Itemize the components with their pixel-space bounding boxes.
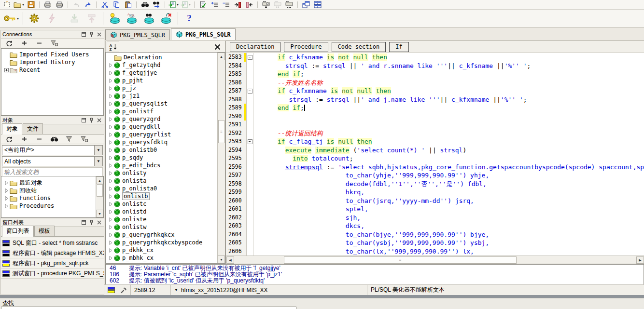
document-tab-active[interactable]: PKG_PMLS_SQLR [171, 28, 236, 40]
scroll-down-icon[interactable]: ▼ [218, 255, 225, 263]
dropdown-arrow-icon[interactable]: ▾ [17, 16, 19, 21]
program-tree-item[interactable]: p_onlistb0 [106, 146, 218, 154]
scroll-left-icon[interactable]: ◀ [226, 256, 234, 264]
float-panel-icon[interactable] [80, 31, 87, 37]
record-macro-button[interactable] [261, 0, 271, 9]
code-line[interactable]: 2595 into totalcount; [226, 154, 644, 163]
code-line[interactable]: 2594 execute immediate ('select count(*)… [226, 146, 644, 155]
program-tree-item[interactable]: onlistb [106, 192, 218, 200]
expand-arrow-icon[interactable] [108, 241, 113, 245]
expand-arrow-icon[interactable] [108, 79, 113, 83]
goto-first-edit-button[interactable] [244, 0, 254, 9]
code-line[interactable]: 2589 end if; [226, 104, 644, 112]
expand-arrow-icon[interactable] [108, 171, 113, 175]
expand-arrow-icon[interactable] [108, 187, 113, 191]
expand-arrow-icon[interactable] [108, 248, 113, 253]
expand-arrow-icon[interactable] [108, 133, 113, 137]
program-tree-item[interactable]: onlistw [106, 223, 218, 231]
program-tree-item[interactable]: p_querygrhkqkcxbyspcode [106, 239, 218, 246]
cut-button[interactable] [99, 0, 110, 9]
expand-arrow-icon[interactable] [108, 94, 113, 98]
tile-windows-button[interactable] [312, 0, 323, 9]
connection-tree-item[interactable]: Recent [1, 66, 103, 74]
fold-collapse-icon[interactable] [246, 53, 253, 62]
code-line[interactable]: 2600 to_char(jsrq,''yyyy-mm-dd'') jsrq, [226, 197, 644, 205]
browse-objects-button[interactable] [141, 11, 157, 26]
expand-arrow-icon[interactable] [108, 63, 113, 67]
remove-object-button[interactable] [34, 135, 44, 143]
expand-arrow-icon[interactable] [108, 210, 113, 214]
tab-window-list[interactable]: 窗口列表 [2, 226, 34, 237]
code-line[interactable]: 2606 to_char(lx,''999,999,990.99'') lx, [226, 247, 644, 256]
program-tree-item[interactable]: p_querysqlist [106, 100, 218, 107]
program-tree-item[interactable]: p_dkhk_cx [106, 246, 218, 254]
object-tree-item[interactable]: Functions [1, 194, 103, 202]
code-line[interactable]: 2586 --开发姓名名称 [226, 79, 644, 87]
code-line[interactable]: 2585 end if; [226, 70, 644, 79]
user-filter-dropdown[interactable]: <当前用户> ▼ [2, 145, 103, 155]
program-tree-item[interactable]: onlisty [106, 169, 218, 177]
chevron-down-icon[interactable]: ▼ [94, 157, 102, 166]
dropdown-arrow-icon[interactable]: ▾ [189, 2, 191, 7]
scroll-right-icon[interactable]: ▶ [636, 256, 644, 264]
object-tree-item[interactable]: 回收站 [1, 187, 103, 194]
logon-button[interactable]: ▾ [3, 11, 19, 26]
dropdown-arrow-icon[interactable]: ▾ [177, 2, 179, 7]
code-line[interactable]: 2584 strsql := strsql || ' and r.snname … [226, 62, 644, 70]
connection-tree-item[interactable]: Imported Fixed Users [1, 51, 103, 58]
code-line[interactable]: 2605 to_char(ysbj,''999,999,990.99'') ys… [226, 239, 644, 247]
print-button[interactable] [42, 0, 53, 9]
expand-arrow-icon[interactable] [108, 179, 113, 183]
compiler-message[interactable]: 602提示: 值被赋到 'ic_userid' 但从未用于 'p_querysf… [106, 278, 644, 284]
add-object-button[interactable] [19, 135, 29, 143]
program-tree-item[interactable]: p_pjht [106, 77, 218, 84]
find-button[interactable] [140, 0, 150, 9]
syntax-check-button[interactable] [197, 0, 208, 9]
program-tree-item[interactable]: p_jz1 [106, 92, 218, 100]
load-script-button[interactable]: ▾ [168, 0, 179, 9]
expand-arrow-icon[interactable] [108, 194, 113, 199]
remove-connection-button[interactable] [34, 39, 44, 47]
code-line[interactable]: 2602 sjh, [226, 214, 644, 222]
connection-tree-item[interactable]: Imported History [1, 58, 103, 66]
dropdown-arrow-icon[interactable]: ▾ [22, 2, 24, 7]
program-tree-item[interactable]: Declaration [106, 54, 218, 61]
section-button-declaration[interactable]: Declaration [230, 42, 280, 52]
code-line[interactable]: 2603 dkcs, [226, 222, 644, 230]
program-tree-item[interactable]: onlistc [106, 200, 218, 208]
pin-panel-icon[interactable] [88, 117, 95, 123]
expand-arrow-icon[interactable] [108, 256, 113, 260]
save-file-button[interactable] [26, 0, 36, 9]
program-tree-item[interactable]: p_querygyrlist [106, 131, 218, 138]
macro-library-button[interactable] [284, 0, 294, 9]
program-tree-item[interactable]: f_getzytqhd [106, 61, 218, 69]
program-tree-item[interactable]: onlista [106, 177, 218, 185]
program-tree-item[interactable]: p_querygrhkqkcx [106, 231, 218, 239]
program-tree-item[interactable]: p_querydkll [106, 123, 218, 131]
find-object-button[interactable] [49, 135, 59, 143]
scrollbar-thumb[interactable]: ≡ [218, 120, 224, 143]
expand-arrow-icon[interactable] [108, 86, 113, 91]
editor-horizontal-scrollbar[interactable]: ◀ ≡ ▶ [226, 255, 644, 264]
filter-objects-button[interactable] [64, 135, 74, 143]
object-tree-item[interactable]: 最近对象 [1, 179, 103, 187]
fold-collapse-icon[interactable] [246, 87, 253, 95]
code-line[interactable]: 2601 sptel, [226, 205, 644, 214]
print-preview-button[interactable] [54, 0, 65, 9]
expand-arrow-icon[interactable] [108, 148, 113, 152]
expand-plus-icon[interactable] [3, 68, 9, 72]
code-line[interactable]: 2588 strsql := strsql ||' and j.name lik… [226, 95, 644, 104]
refresh-connections-button[interactable] [4, 39, 14, 47]
program-tree-item[interactable]: p_sqdy [106, 154, 218, 161]
object-search-input[interactable] [2, 169, 102, 176]
redo-button[interactable] [83, 0, 93, 9]
program-tree-item[interactable]: p_onlista0 [106, 185, 218, 192]
find-next-button[interactable] [151, 0, 162, 9]
close-panel-icon[interactable] [96, 219, 102, 225]
window-list-item[interactable]: 程序窗口 - 编辑 package HFMIS_XX_2 [1, 248, 104, 258]
copy-button[interactable] [111, 0, 122, 9]
object-scope-dropdown[interactable]: All objects ▼ [2, 156, 103, 166]
tab-files[interactable]: 文件 [23, 123, 43, 134]
expand-arrow-icon[interactable] [108, 156, 113, 160]
settings-button[interactable] [27, 11, 42, 26]
